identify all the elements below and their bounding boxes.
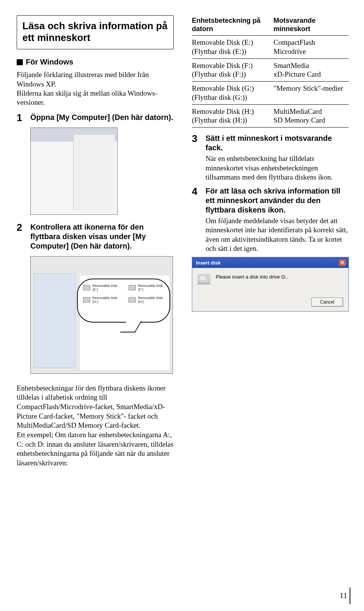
dialog-titlebar: Insert disk ✕ bbox=[192, 257, 348, 268]
screenshot-my-computer: Removable Disk (E:) Removable Disk (F:) … bbox=[30, 256, 173, 374]
bubble-drive-f: Removable Disk (F:) bbox=[129, 284, 164, 291]
page-edge-mark bbox=[350, 587, 350, 604]
drive-icon bbox=[129, 285, 136, 290]
table-row: Removable Disk (G:) (Flyttbar disk (G:))… bbox=[192, 82, 349, 105]
bottom-paragraph: Enhetsbeteckningar för den flyttbara dis… bbox=[17, 384, 174, 468]
step-4-number: 4 bbox=[192, 186, 200, 253]
cancel-button[interactable]: Cancel bbox=[311, 298, 343, 307]
svg-marker-0 bbox=[78, 178, 90, 186]
bubble-drive-g: Removable Disk (G:) bbox=[83, 296, 119, 304]
square-bullet-icon bbox=[17, 59, 23, 65]
bubble-drive-e-label: Removable Disk (E:) bbox=[93, 284, 119, 291]
cell-drive: Removable Disk (G:) (Flyttbar disk (G:)) bbox=[192, 82, 273, 105]
bubble-drive-h: Removable Disk (H:) bbox=[129, 296, 164, 304]
dialog-message: Please insert a disk into drive G:. bbox=[216, 274, 288, 285]
table-row: Removable Disk (E:) (Flyttbar disk (E:))… bbox=[192, 36, 349, 59]
subheading-text: För Windows bbox=[26, 58, 73, 66]
cell-card: MultiMediaCard SD Memory Card bbox=[273, 104, 349, 128]
cell-drive: Removable Disk (F:) (Flyttbar disk (F:)) bbox=[192, 58, 273, 82]
step-1-number: 1 bbox=[17, 113, 25, 124]
table-row: Removable Disk (H:) (Flyttbar disk (H:))… bbox=[192, 104, 349, 128]
step-3-title: Sätt i ett minneskort i motsvarande fack… bbox=[206, 134, 349, 153]
step-4-text: Om följande meddelande visas betyder det… bbox=[206, 216, 349, 253]
bubble-drive-h-label: Removable Disk (H:) bbox=[138, 296, 164, 304]
step-2-title: Kontrollera att ikonerna för den flyttba… bbox=[30, 222, 174, 251]
bubble-drive-f-label: Removable Disk (F:) bbox=[138, 284, 164, 291]
step-1: 1 Öppna [My Computer] (Den här datorn). bbox=[17, 113, 174, 124]
bubble-drive-g-label: Removable Disk (G:) bbox=[93, 296, 119, 304]
screenshot-side-panel bbox=[34, 273, 75, 368]
step-4: 4 För att läsa och skriva information ti… bbox=[192, 186, 349, 253]
close-icon[interactable]: ✕ bbox=[339, 259, 346, 266]
disk-icon bbox=[198, 274, 210, 285]
cell-drive: Removable Disk (E:) (Flyttbar disk (E:)) bbox=[192, 36, 273, 59]
left-column: Läsa och skriva information på ett minne… bbox=[17, 15, 174, 468]
page-number: 11 bbox=[340, 591, 347, 600]
section-title-box: Läsa och skriva information på ett minne… bbox=[17, 15, 174, 49]
step-2: 2 Kontrollera att ikonerna för den flytt… bbox=[17, 222, 174, 252]
step-4-title: För att läsa och skriva information till… bbox=[206, 186, 349, 215]
screenshot-start-menu bbox=[30, 128, 118, 215]
bottom-paragraph-block: Enhetsbeteckningar för den flyttbara dis… bbox=[17, 384, 174, 468]
step-3: 3 Sätt i ett minneskort i motsvarande fa… bbox=[192, 134, 349, 182]
intro-paragraph: Följande förklaring illustreras med bild… bbox=[17, 70, 174, 107]
step-2-number: 2 bbox=[17, 222, 25, 252]
subheading: För Windows bbox=[17, 58, 174, 66]
cell-card: CompactFlash Microdrive bbox=[273, 36, 349, 59]
table-header-card: Motsvarande minneskort bbox=[273, 15, 349, 36]
insert-disk-dialog: Insert disk ✕ Please insert a disk into … bbox=[192, 257, 349, 312]
drive-icon bbox=[83, 297, 90, 302]
cell-card: "Memory Stick"-medier bbox=[273, 82, 349, 105]
drive-icon bbox=[129, 297, 136, 302]
dialog-title: Insert disk bbox=[196, 260, 221, 266]
cell-drive: Removable Disk (H:) (Flyttbar disk (H:)) bbox=[192, 104, 273, 128]
cell-card: SmartMedia xD-Picture Card bbox=[273, 58, 349, 82]
step-3-text: När en enhetsbeteckning har tilldelats m… bbox=[206, 154, 349, 182]
drive-mapping-table: Enhetsbeteckning på datorn Motsvarande m… bbox=[192, 15, 349, 128]
bubble-drive-e: Removable Disk (E:) bbox=[83, 284, 119, 291]
pointer-arrow-icon bbox=[78, 177, 90, 187]
table-header-drive: Enhetsbeteckning på datorn bbox=[192, 15, 273, 36]
right-column: Enhetsbeteckning på datorn Motsvarande m… bbox=[192, 15, 349, 468]
step-3-number: 3 bbox=[192, 134, 200, 182]
section-title: Läsa och skriva information på ett minne… bbox=[22, 20, 168, 44]
table-row: Removable Disk (F:) (Flyttbar disk (F:))… bbox=[192, 58, 349, 82]
drive-icon bbox=[83, 285, 90, 290]
step-1-title: Öppna [My Computer] (Den här datorn). bbox=[30, 113, 174, 122]
callout-bubble: Removable Disk (E:) Removable Disk (F:) … bbox=[77, 279, 170, 323]
